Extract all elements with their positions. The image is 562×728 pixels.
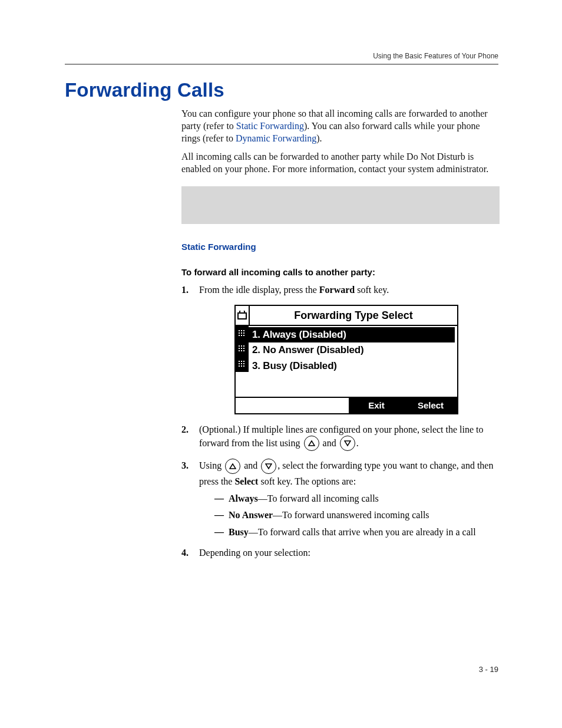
lcd-body: 1. Always (Disabled) 2. No Answer (Disab… (236, 326, 457, 398)
line-icon-empty (236, 372, 249, 397)
svg-rect-8 (241, 335, 242, 336)
lcd-option-always[interactable]: 1. Always (Disabled) (249, 327, 455, 343)
page-number: 3 - 19 (479, 665, 498, 674)
link-static-forwarding[interactable]: Static Forwarding (236, 121, 304, 131)
svg-rect-26 (241, 365, 242, 367)
svg-rect-17 (241, 350, 242, 351)
svg-rect-19 (239, 361, 240, 362)
softkey-name: Forward (319, 285, 355, 295)
text: Using (199, 460, 224, 470)
lcd: Forwarding Type Select (234, 305, 458, 414)
text: soft key. The options are: (258, 476, 356, 486)
section-title: Forwarding Calls (65, 79, 498, 101)
svg-rect-16 (239, 350, 240, 351)
lcd-titlebar: Forwarding Type Select (236, 306, 457, 326)
steps-list: From the idle display, press the Forward… (181, 283, 500, 559)
svg-marker-31 (266, 464, 272, 469)
svg-rect-5 (241, 332, 242, 334)
option-desc: —To forward unanswered incoming calls (273, 510, 429, 520)
svg-rect-2 (241, 330, 242, 331)
line-icon (236, 341, 249, 357)
option-name: No Answer (229, 510, 273, 520)
svg-rect-12 (243, 345, 244, 347)
softkey-exit[interactable]: Exit (349, 398, 403, 413)
body-column: You can configure your phone so that all… (181, 107, 500, 559)
option-name: Always (229, 493, 258, 503)
lcd-softkeys: Exit Select (236, 398, 457, 413)
text: From the idle display, press the (199, 285, 319, 295)
svg-marker-29 (345, 441, 351, 446)
step-2: (Optional.) If multiple lines are config… (181, 423, 500, 452)
option-desc: —To forward all incoming calls (258, 493, 379, 503)
svg-rect-21 (243, 361, 244, 362)
svg-marker-30 (230, 464, 236, 469)
svg-rect-24 (243, 363, 244, 364)
option-desc: —To forward calls that arrive when you a… (249, 527, 476, 537)
down-arrow-key-icon (261, 459, 276, 474)
options-list: Always—To forward all incoming calls No … (199, 492, 500, 539)
step-3: Using and , select the forwarding type y… (181, 459, 500, 538)
svg-rect-3 (243, 330, 244, 331)
softkey-name: Select (234, 476, 258, 486)
text: ). (316, 133, 322, 143)
lcd-status-icon (236, 306, 250, 325)
svg-rect-22 (239, 363, 240, 364)
lcd-option-busy[interactable]: 3. Busy (Disabled) (249, 358, 457, 374)
up-arrow-key-icon (304, 436, 319, 451)
intro-paragraph-2: All incoming calls can be forwarded to a… (181, 150, 500, 175)
option-name: Busy (229, 527, 249, 537)
svg-rect-15 (243, 348, 244, 349)
svg-rect-9 (243, 335, 244, 336)
text: and (242, 460, 260, 470)
line-icon (236, 326, 249, 341)
task-heading: To forward all incoming calls to another… (181, 267, 500, 277)
link-dynamic-forwarding[interactable]: Dynamic Forwarding (236, 133, 316, 143)
lcd-title: Forwarding Type Select (250, 306, 457, 325)
svg-marker-28 (309, 441, 315, 446)
softkey-select[interactable]: Select (403, 398, 457, 413)
step-1: From the idle display, press the Forward… (181, 283, 500, 414)
option-busy: Busy—To forward calls that arrive when y… (214, 526, 500, 539)
note-box (181, 186, 500, 224)
page: Using the Basic Features of Your Phone F… (0, 0, 562, 728)
svg-rect-14 (241, 348, 242, 349)
lcd-list: 1. Always (Disabled) 2. No Answer (Disab… (249, 326, 457, 397)
intro-paragraph-1: You can configure your phone so that all… (181, 107, 500, 144)
svg-rect-11 (241, 345, 242, 347)
svg-rect-10 (239, 345, 240, 347)
svg-rect-23 (241, 363, 242, 364)
svg-rect-25 (239, 365, 240, 367)
text: and (320, 438, 339, 448)
text: . (356, 438, 359, 448)
svg-rect-0 (238, 313, 246, 319)
svg-rect-1 (239, 330, 240, 331)
text: soft key. (355, 285, 389, 295)
line-icon (236, 357, 249, 372)
softkey-blank (292, 398, 349, 413)
svg-rect-20 (241, 361, 242, 362)
lcd-left-icons (236, 326, 249, 397)
text: Depending on your selection: (199, 548, 310, 558)
svg-rect-7 (239, 335, 240, 336)
phone-screen: Forwarding Type Select (234, 305, 500, 414)
running-header: Using the Basic Features of Your Phone (65, 52, 498, 60)
svg-rect-6 (243, 332, 244, 334)
svg-rect-27 (243, 365, 244, 367)
svg-rect-13 (239, 348, 240, 349)
svg-rect-18 (243, 350, 244, 351)
option-no-answer: No Answer—To forward unanswered incoming… (214, 509, 500, 522)
down-arrow-key-icon (340, 436, 355, 451)
softkey-blank (236, 398, 292, 413)
subhead-static-forwarding: Static Forwarding (181, 242, 500, 252)
lcd-option-no-answer[interactable]: 2. No Answer (Disabled) (249, 342, 457, 358)
svg-rect-4 (239, 332, 240, 334)
up-arrow-key-icon (225, 459, 240, 474)
option-always: Always—To forward all incoming calls (214, 492, 500, 505)
step-4: Depending on your selection: (181, 546, 500, 559)
header-rule (65, 64, 498, 65)
